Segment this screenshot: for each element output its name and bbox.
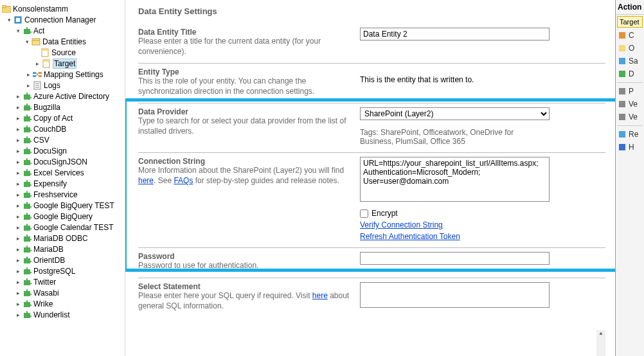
sheet-icon: [41, 58, 51, 69]
puzzle-icon: [22, 91, 32, 102]
actions-header: Action: [616, 0, 644, 15]
action-label: Ve: [629, 112, 638, 121]
chevron-right-icon[interactable]: ▸: [14, 148, 22, 154]
entity-title-label: Data Entity Title: [138, 28, 353, 37]
tree-item[interactable]: ▸Expensify: [0, 178, 125, 189]
chevron-right-icon[interactable]: ▸: [24, 82, 32, 89]
chevron-right-icon[interactable]: ▸: [14, 246, 22, 253]
chevron-right-icon[interactable]: ▸: [14, 290, 22, 296]
refresh-link[interactable]: Refresh Authentication Token: [360, 232, 460, 241]
actions-tab-target[interactable]: Target: [617, 16, 643, 28]
action-icon: [618, 31, 627, 40]
chevron-right-icon[interactable]: ▸: [14, 202, 22, 209]
chevron-right-icon[interactable]: ▸: [14, 312, 22, 318]
chevron-right-icon[interactable]: ▸: [14, 191, 22, 198]
chevron-right-icon[interactable]: ▸: [14, 181, 22, 187]
svg-rect-7: [42, 49, 48, 51]
arrow-up-icon[interactable]: ▲: [598, 330, 604, 336]
action-item[interactable]: P: [616, 85, 644, 98]
connstr-textarea[interactable]: [360, 157, 550, 202]
tree-item[interactable]: ▸CouchDB: [0, 123, 125, 134]
action-item[interactable]: D: [616, 67, 644, 80]
tree-item[interactable]: ▸Bugzilla: [0, 102, 125, 112]
chevron-right-icon[interactable]: ▸: [14, 257, 22, 263]
chevron-right-icon[interactable]: ▸: [14, 301, 22, 307]
chevron-right-icon[interactable]: ▸: [14, 235, 22, 242]
tree-item[interactable]: ▸Google BigQuery: [0, 211, 125, 222]
action-item[interactable]: O: [616, 42, 644, 55]
chevron-right-icon[interactable]: ▸: [24, 71, 32, 78]
chevron-right-icon[interactable]: ▸: [14, 279, 22, 285]
puzzle-icon: [22, 244, 32, 254]
provider-select[interactable]: SharePoint (Layer2): [360, 107, 550, 120]
tree-mapping[interactable]: ▸ Mapping Settings: [0, 69, 125, 80]
tree-logs[interactable]: ▸ Logs: [0, 80, 125, 91]
verify-link[interactable]: Verify Connection String: [360, 220, 443, 229]
action-item[interactable]: Re: [616, 128, 644, 141]
tree-item[interactable]: ▸Twitter: [0, 276, 125, 287]
tree-item-label: OrientDB: [33, 256, 65, 265]
separator: [617, 82, 643, 83]
chevron-right-icon[interactable]: ▸: [33, 60, 41, 67]
chevron-down-icon[interactable]: ▾: [14, 28, 22, 34]
chevron-down-icon[interactable]: ▾: [5, 17, 13, 23]
tree-act[interactable]: ▾ Act: [0, 25, 125, 36]
chevron-right-icon[interactable]: ▸: [14, 93, 22, 100]
action-label: D: [629, 69, 634, 78]
tree-item[interactable]: ▸Freshservice: [0, 189, 125, 200]
chevron-right-icon[interactable]: ▸: [14, 213, 22, 220]
puzzle-icon: [22, 124, 32, 134]
chevron-right-icon[interactable]: ▸: [14, 104, 22, 111]
entity-title-input[interactable]: [360, 28, 550, 40]
chevron-right-icon[interactable]: ▸: [14, 268, 22, 274]
tree-item[interactable]: ▸Wunderlist: [0, 309, 125, 320]
svg-rect-12: [39, 72, 42, 74]
tree-root[interactable]: Konsolenstamm: [0, 3, 125, 14]
tree-item[interactable]: ▸Wrike: [0, 298, 125, 309]
tree-item[interactable]: ▸Google Calendar TEST: [0, 222, 125, 233]
tree-item[interactable]: ▸PostgreSQL: [0, 265, 125, 276]
puzzle-icon: [22, 222, 32, 233]
chevron-right-icon[interactable]: ▸: [14, 170, 22, 176]
tree-item[interactable]: ▸CSV: [0, 134, 125, 145]
tree-item[interactable]: ▸Azure Active Directory: [0, 91, 125, 102]
tree-source[interactable]: Source: [0, 47, 125, 58]
password-label: Password: [138, 252, 353, 261]
tree-item-label: DocuSignJSON: [33, 157, 87, 166]
svg-rect-20: [619, 32, 625, 39]
tree-item[interactable]: ▸MariaDB: [0, 244, 125, 254]
tree-item[interactable]: ▸MariaDB ODBC: [0, 233, 125, 244]
action-item[interactable]: Sa: [616, 55, 644, 67]
tree-item[interactable]: ▸Copy of Act: [0, 112, 125, 123]
tree-item[interactable]: ▸Excel Services: [0, 167, 125, 178]
action-item[interactable]: Ve: [616, 111, 644, 123]
section-entity-title: Data Entity Title Please enter a title f…: [138, 24, 605, 63]
tree-item-label: Twitter: [33, 278, 56, 287]
connstr-faqs-link[interactable]: FAQs: [174, 176, 193, 185]
tree-item[interactable]: ▸DocuSignJSON: [0, 156, 125, 167]
tree-item[interactable]: ▸Wasabi: [0, 287, 125, 298]
chevron-right-icon[interactable]: ▸: [14, 115, 22, 121]
connstr-here-link[interactable]: here: [138, 176, 154, 185]
chevron-right-icon[interactable]: ▸: [14, 126, 22, 132]
tree-item[interactable]: ▸Google BigQuery TEST: [0, 200, 125, 211]
tree-conn-mgr[interactable]: ▾ Connection Manager: [0, 14, 125, 25]
select-here-link[interactable]: here: [312, 291, 328, 300]
scrollbar[interactable]: ▲▼: [596, 330, 605, 356]
chevron-down-icon[interactable]: ▾: [23, 39, 31, 45]
tree-item[interactable]: ▸DocuSign: [0, 145, 125, 156]
tree-target[interactable]: ▸ Target: [0, 58, 125, 69]
action-item[interactable]: H: [616, 141, 644, 154]
action-item[interactable]: C: [616, 29, 644, 42]
action-item[interactable]: Ve: [616, 98, 644, 111]
tree-item[interactable]: ▸OrientDB: [0, 254, 125, 265]
tree-data-entities[interactable]: ▾ Data Entities: [0, 36, 125, 47]
chevron-right-icon[interactable]: ▸: [14, 159, 22, 165]
select-textarea[interactable]: [360, 282, 550, 308]
password-input[interactable]: [360, 252, 550, 265]
encrypt-checkbox[interactable]: [360, 209, 368, 218]
section-entity-type: Entity Type This is the role of your ent…: [138, 63, 605, 103]
chevron-right-icon[interactable]: ▸: [14, 137, 22, 143]
tree-item-label: Google BigQuery: [33, 212, 93, 221]
chevron-right-icon[interactable]: ▸: [14, 224, 22, 231]
